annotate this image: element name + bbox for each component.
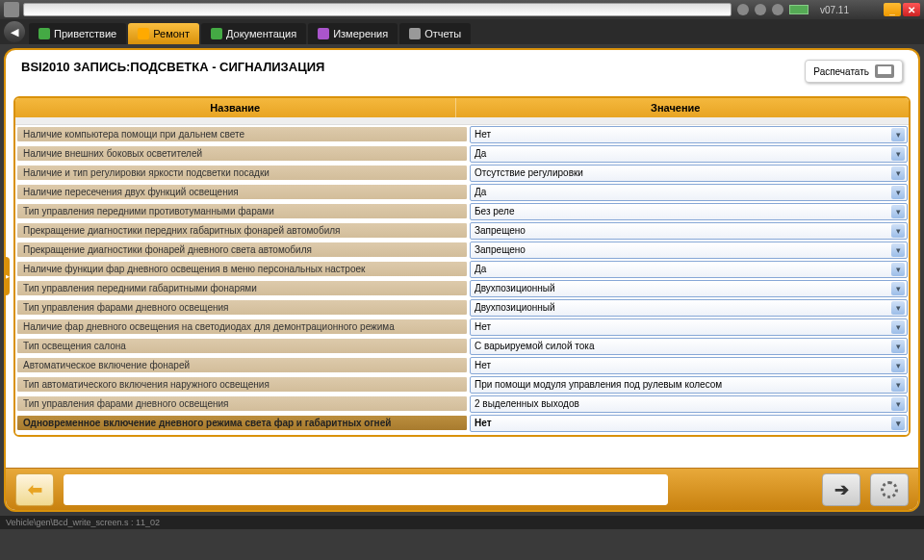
row-name: Прекращение диагностики передних габарит… (16, 222, 468, 239)
tray-icon[interactable] (772, 4, 783, 15)
row-name: Тип управления передними габаритными фон… (16, 280, 468, 296)
tab-icon (38, 28, 50, 39)
data-grid: Название Значение Наличие компьютера пом… (13, 96, 911, 437)
tray-icon[interactable] (737, 4, 749, 15)
tab-label: Измерения (333, 28, 388, 39)
tab-bar: ◀ Приветствие Ремонт Документация Измере… (0, 19, 924, 44)
table-row: Автоматическое включение фонарейНет (15, 356, 909, 375)
row-name: Наличие внешних боковых осветителей (16, 145, 468, 162)
tab-icon (138, 28, 149, 39)
table-row: Тип управления передними габаритными фон… (15, 279, 909, 298)
print-label: Распечатать (813, 66, 869, 77)
table-row: Прекращение диагностики фонарей дневного… (15, 241, 909, 260)
tab-docs[interactable]: Документация (201, 23, 306, 44)
table-row: Наличие фар дневного освещения на светод… (15, 318, 909, 337)
value-select[interactable]: Двухпозиционный (470, 280, 908, 297)
table-row: Тип управления фарами дневного освещения… (15, 395, 909, 414)
row-name: Тип управления фарами дневного освещения (16, 299, 468, 316)
table-row: Наличие пересечения двух функций освещен… (15, 183, 909, 202)
tab-label: Отчеты (424, 28, 461, 39)
page-title: BSI2010 ЗАПИСЬ:ПОДСВЕТКА - СИГНАЛИЗАЦИЯ (21, 60, 324, 83)
row-name: Тип освещения салона (16, 338, 468, 354)
table-row: Тип автоматического включения наружного … (15, 375, 909, 395)
row-name: Тип автоматического включения наружного … (16, 376, 468, 393)
app-logo (4, 2, 19, 17)
table-row: Тип освещения салонаС варьируемой силой … (15, 337, 909, 356)
table-row: Тип управления передними противотуманным… (15, 202, 909, 221)
table-row: Одновременное включение дневного режима … (15, 414, 909, 433)
value-select[interactable]: Да (470, 145, 908, 163)
row-name: Наличие пересечения двух функций освещен… (16, 184, 468, 200)
value-select[interactable]: Запрещено (470, 222, 908, 240)
main-panel: ▶ BSI2010 ЗАПИСЬ:ПОДСВЕТКА - СИГНАЛИЗАЦИ… (4, 48, 920, 512)
address-bar[interactable] (23, 3, 732, 16)
footer-bar: ⬅ ➔ (6, 468, 918, 510)
tab-measure[interactable]: Измерения (308, 23, 398, 44)
system-tray: v07.11 (737, 4, 855, 15)
value-select[interactable]: Нет (470, 126, 908, 143)
window-titlebar: v07.11 _ ✕ (0, 0, 924, 19)
footer-back-button[interactable]: ⬅ (15, 473, 54, 506)
value-select[interactable]: Двухпозиционный (470, 299, 908, 317)
status-text: Vehicle\gen\Bcd_write_screen.s : 11_02 (6, 518, 160, 527)
tab-label: Документация (226, 28, 296, 39)
tab-icon (409, 28, 421, 39)
value-select[interactable]: Нет (470, 415, 908, 432)
row-name: Наличие фар дневного освещения на светод… (16, 318, 468, 335)
row-name: Тип управления фарами дневного освещения (16, 395, 468, 412)
value-select[interactable]: 2 выделенных выходов (470, 395, 908, 413)
minimize-button[interactable]: _ (884, 3, 901, 16)
value-select[interactable]: Запрещено (470, 242, 908, 259)
value-select[interactable]: При помощи модуля управления под рулевым… (470, 376, 908, 394)
tab-label: Приветствие (54, 28, 116, 39)
row-name: Наличие функции фар дневного освещения в… (16, 261, 468, 277)
value-select[interactable]: Нет (470, 318, 908, 336)
row-name: Наличие и тип регулировки яркости подсве… (16, 165, 468, 181)
printer-icon (875, 64, 894, 78)
value-select[interactable]: Нет (470, 357, 908, 374)
row-name: Прекращение диагностики фонарей дневного… (16, 242, 468, 258)
footer-forward-button[interactable]: ➔ (822, 473, 860, 506)
close-button[interactable]: ✕ (903, 3, 920, 16)
back-button[interactable]: ◀ (4, 21, 25, 42)
arrow-left-icon: ⬅ (28, 479, 42, 500)
value-select[interactable]: Да (470, 184, 908, 201)
gear-icon (881, 481, 898, 498)
table-row: Тип управления фарами дневного освещения… (15, 298, 909, 318)
arrow-right-icon: ➔ (834, 479, 849, 500)
version-label: v07.11 (814, 5, 855, 15)
value-select[interactable]: Без реле (470, 203, 908, 220)
tab-icon (318, 28, 329, 39)
table-row: Прекращение диагностики передних габарит… (15, 221, 909, 241)
footer-input[interactable] (64, 474, 668, 505)
tab-label: Ремонт (153, 28, 190, 39)
status-bar: Vehicle\gen\Bcd_write_screen.s : 11_02 (0, 516, 924, 529)
tab-welcome[interactable]: Приветствие (29, 23, 126, 44)
row-name: Автоматическое включение фонарей (16, 357, 468, 373)
value-select[interactable]: С варьируемой силой тока (470, 338, 908, 355)
tray-icon[interactable] (755, 4, 766, 15)
grid-body[interactable]: Наличие компьютера помощи при дальнем св… (15, 117, 909, 435)
tab-icon (211, 28, 222, 39)
value-select[interactable]: Отсутствие регулировки (470, 165, 908, 182)
table-row: Наличие и тип регулировки яркости подсве… (15, 164, 909, 183)
row-name: Тип управления передними противотуманным… (16, 203, 468, 219)
footer-settings-button[interactable] (870, 473, 909, 506)
tab-repair[interactable]: Ремонт (128, 23, 199, 44)
col-header-name: Название (15, 98, 456, 117)
grid-header: Название Значение (15, 98, 909, 117)
value-select[interactable]: Да (470, 261, 908, 278)
row-name: Одновременное включение дневного режима … (16, 415, 468, 431)
row-name: Наличие компьютера помощи при дальнем св… (16, 126, 468, 142)
tab-reports[interactable]: Отчеты (399, 23, 471, 44)
table-row: Наличие функции фар дневного освещения в… (15, 260, 909, 279)
col-header-value: Значение (456, 98, 896, 117)
table-row: Наличие внешних боковых осветителейДа (15, 144, 909, 164)
table-row: Наличие компьютера помощи при дальнем св… (15, 125, 909, 144)
battery-icon (789, 5, 808, 14)
side-expand-handle[interactable]: ▶ (4, 257, 10, 295)
print-button[interactable]: Распечатать (805, 60, 903, 83)
